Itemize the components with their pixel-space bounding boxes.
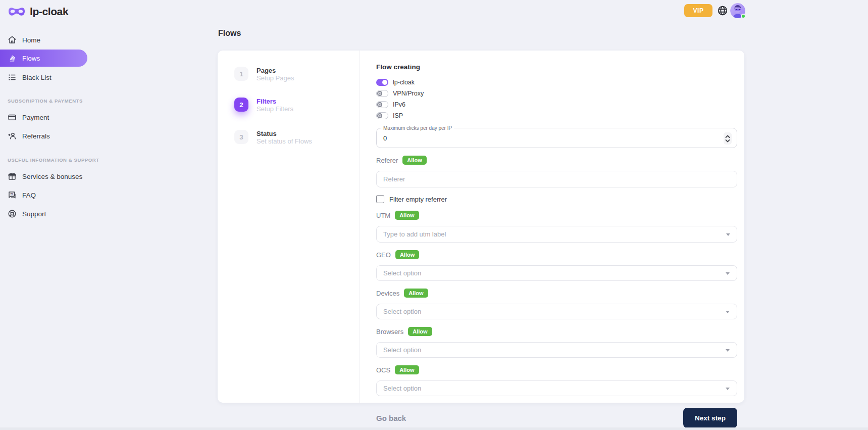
step-status[interactable]: 3 Status Set status of Flows xyxy=(234,130,312,146)
faq-chat-icon: ?! xyxy=(8,190,17,200)
step-title: Status xyxy=(257,130,312,137)
toggle-row-isp[interactable]: ISP xyxy=(376,111,737,121)
browsers-label-row: Browsers Allow xyxy=(376,327,737,336)
max-clicks-input[interactable] xyxy=(383,134,686,142)
sidebar-item-blacklist[interactable]: Black List xyxy=(0,69,87,86)
sidebar-section-subscription: SUBSCRIPTION & PAYMENTS xyxy=(8,97,83,104)
devices-label-row: Devices Allow xyxy=(376,289,737,298)
devices-label: Devices xyxy=(376,290,399,297)
ipv6-toggle[interactable] xyxy=(376,101,388,108)
toggle-row-vpn-proxy[interactable]: VPN/Proxy xyxy=(376,88,737,99)
geo-allow-badge[interactable]: Allow xyxy=(395,250,419,259)
ocs-label-row: OCS Allow xyxy=(376,365,737,374)
vip-button[interactable]: VIP xyxy=(684,4,712,17)
language-globe-icon[interactable] xyxy=(717,5,728,16)
sidebar-item-flows[interactable]: Flows xyxy=(0,50,87,67)
referer-label-row: Referer Allow xyxy=(376,156,737,165)
sidebar-item-label: FAQ xyxy=(22,192,36,199)
sidebar-item-referrals[interactable]: Referrals xyxy=(0,127,87,145)
step-title: Filters xyxy=(257,98,293,105)
lifebuoy-icon xyxy=(8,209,17,218)
sidebar-item-faq[interactable]: ?! FAQ xyxy=(0,186,87,204)
step-subtitle: Setup Filters xyxy=(257,105,293,113)
sidebar-item-label: Black List xyxy=(22,74,52,81)
sidebar-item-label: Home xyxy=(22,36,40,44)
step-title: Pages xyxy=(257,67,294,74)
toggle-row-lp-cloak[interactable]: lp-cloak xyxy=(376,77,737,87)
ocs-select[interactable]: Select option xyxy=(376,380,737,396)
sidebar-item-label: Support xyxy=(22,210,46,218)
select-placeholder: Select option xyxy=(383,346,421,354)
referer-label: Referer xyxy=(376,157,398,164)
sidebar: lp-cloak Home Flows xyxy=(0,0,87,430)
browsers-select[interactable]: Select option xyxy=(376,342,737,358)
toggle-label: ISP xyxy=(393,112,403,119)
vpn-proxy-toggle[interactable] xyxy=(376,90,388,97)
toggle-label: IPv6 xyxy=(393,101,405,108)
ocs-allow-badge[interactable]: Allow xyxy=(395,365,419,374)
next-step-button[interactable]: Next step xyxy=(683,408,737,428)
sidebar-item-payment[interactable]: Payment xyxy=(0,109,87,126)
geo-label: GEO xyxy=(376,251,391,259)
sidebar-item-label: Services & bonuses xyxy=(22,173,82,180)
step-number: 2 xyxy=(234,98,248,112)
referer-input[interactable] xyxy=(376,171,737,187)
sidebar-section-useful: USEFUL INFORMATION & SUPPORT xyxy=(8,156,83,163)
select-placeholder: Select option xyxy=(383,385,421,392)
lp-cloak-toggle[interactable] xyxy=(376,79,388,86)
step-number: 1 xyxy=(234,67,248,81)
browsers-allow-badge[interactable]: Allow xyxy=(408,327,432,336)
form-title: Flow creating xyxy=(376,63,737,71)
step-pages[interactable]: 1 Pages Setup Pages xyxy=(234,67,294,82)
go-back-button[interactable]: Go back xyxy=(376,414,406,422)
dropdown-caret-icon xyxy=(726,349,730,352)
page-title: Flows xyxy=(218,29,241,38)
step-number: 3 xyxy=(234,130,248,144)
toggle-label: lp-cloak xyxy=(393,79,415,86)
checkbox-label: Filter empty referrer xyxy=(389,196,447,203)
sidebar-item-label: Payment xyxy=(22,114,49,121)
utm-allow-badge[interactable]: Allow xyxy=(395,211,419,220)
bottom-edge xyxy=(0,427,868,430)
utm-input[interactable] xyxy=(376,226,737,243)
step-subtitle: Setup Pages xyxy=(257,74,294,82)
stepper: 1 Pages Setup Pages 2 Filters Setup Filt… xyxy=(218,51,360,403)
referer-allow-badge[interactable]: Allow xyxy=(402,156,426,165)
filter-empty-referrer-row[interactable]: Filter empty referrer xyxy=(376,195,737,203)
mask-logo-icon xyxy=(8,6,26,17)
number-stepper-icon[interactable] xyxy=(724,132,732,145)
gift-icon xyxy=(8,172,17,181)
user-avatar[interactable] xyxy=(730,3,745,18)
flow-creating-form: Flow creating lp-cloak VPN/Proxy IPv6 IS… xyxy=(376,51,737,403)
max-clicks-field: Maximum clicks per day per IP xyxy=(376,128,737,148)
devices-allow-badge[interactable]: Allow xyxy=(404,289,428,298)
svg-text:?!: ?! xyxy=(10,193,13,196)
dropdown-caret-icon xyxy=(726,272,730,275)
select-placeholder: Select option xyxy=(383,269,421,277)
flow-card: 1 Pages Setup Pages 2 Filters Setup Filt… xyxy=(218,51,744,403)
toggle-label: VPN/Proxy xyxy=(393,90,424,97)
geo-select[interactable]: Select option xyxy=(376,265,737,281)
dropdown-caret-icon xyxy=(726,388,730,390)
max-clicks-label: Maximum clicks per day per IP xyxy=(381,125,454,131)
toggle-row-ipv6[interactable]: IPv6 xyxy=(376,100,737,110)
browsers-label: Browsers xyxy=(376,328,403,336)
credit-card-icon xyxy=(8,113,17,122)
isp-toggle[interactable] xyxy=(376,112,388,119)
sidebar-item-home[interactable]: Home xyxy=(0,31,87,49)
step-subtitle: Set status of Flows xyxy=(257,137,312,146)
dropdown-caret-icon xyxy=(726,233,730,236)
dropdown-caret-icon xyxy=(726,311,730,313)
step-filters[interactable]: 2 Filters Setup Filters xyxy=(234,98,293,113)
brand-logo[interactable]: lp-cloak xyxy=(8,6,68,18)
referral-user-icon xyxy=(8,131,17,140)
app-root: lp-cloak Home Flows xyxy=(0,0,868,430)
geo-label-row: GEO Allow xyxy=(376,250,737,259)
sidebar-item-services[interactable]: Services & bonuses xyxy=(0,168,87,185)
filter-empty-referrer-checkbox[interactable] xyxy=(376,195,384,203)
home-icon xyxy=(8,35,17,44)
utm-label: UTM xyxy=(376,212,390,219)
devices-select[interactable]: Select option xyxy=(376,304,737,319)
select-placeholder: Select option xyxy=(383,308,421,315)
sidebar-item-support[interactable]: Support xyxy=(0,205,87,222)
